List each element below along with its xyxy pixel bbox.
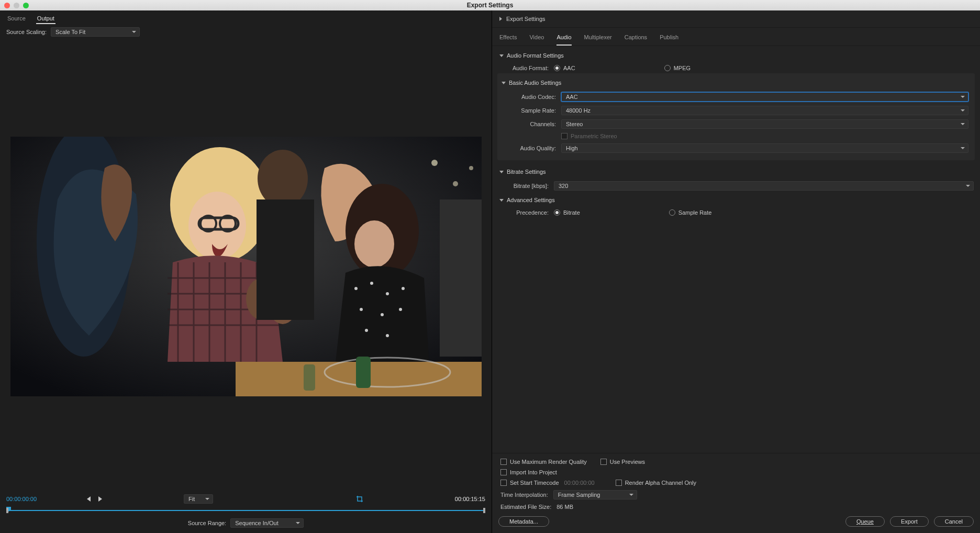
precedence-samplerate-radio[interactable]: Sample Rate xyxy=(669,209,712,216)
aac-label: AAC xyxy=(563,65,575,71)
source-scaling-select[interactable]: Scale To Fit xyxy=(51,27,140,37)
set-start-timecode-checkbox[interactable]: Set Start Timecode xyxy=(500,480,559,486)
preview-pane: Source Output Source Scaling: Scale To F… xyxy=(0,10,492,533)
svg-point-23 xyxy=(354,287,358,290)
audio-format-label: Audio Format: xyxy=(502,65,549,71)
svg-point-29 xyxy=(399,308,402,311)
svg-rect-36 xyxy=(304,364,315,391)
bitrate-option-label: Bitrate xyxy=(563,209,580,216)
use-previews-label: Use Previews xyxy=(610,459,645,465)
max-render-label: Use Maximum Render Quality xyxy=(510,459,587,465)
channels-label: Channels: xyxy=(504,121,556,127)
estimated-file-size-value: 86 MB xyxy=(556,504,573,510)
source-range-select[interactable]: Sequence In/Out xyxy=(230,518,304,528)
chevron-down-icon xyxy=(499,171,504,173)
svg-point-38 xyxy=(453,181,458,186)
audio-codec-select[interactable]: AAC xyxy=(561,92,968,102)
import-project-label: Import Into Project xyxy=(510,469,557,475)
zoom-fit-select[interactable]: Fit xyxy=(184,494,213,504)
svg-point-25 xyxy=(386,292,389,295)
tab-publish[interactable]: Publish xyxy=(660,32,678,46)
precedence-label: Precedence: xyxy=(502,209,549,216)
svg-rect-35 xyxy=(356,357,371,388)
preview-timeline[interactable] xyxy=(6,507,485,513)
export-settings-section-toggle[interactable]: Export Settings xyxy=(492,10,980,28)
audio-codec-label: Audio Codec: xyxy=(504,94,556,100)
render-alpha-checkbox[interactable]: Render Alpha Channel Only xyxy=(616,480,696,486)
bitrate-settings-title: Bitrate Settings xyxy=(507,169,546,175)
audio-format-aac-radio[interactable]: AAC xyxy=(554,65,575,71)
crop-output-icon[interactable] xyxy=(355,495,364,503)
zoom-window-icon[interactable] xyxy=(23,3,29,8)
tab-source[interactable]: Source xyxy=(6,14,27,24)
svg-point-37 xyxy=(431,160,438,166)
tab-output[interactable]: Output xyxy=(36,14,55,24)
mpeg-label: MPEG xyxy=(674,65,691,71)
metadata-button[interactable]: Metadata... xyxy=(498,516,549,527)
tab-captions[interactable]: Captions xyxy=(625,32,647,46)
channels-select[interactable]: Stereo xyxy=(561,119,968,129)
audio-format-settings-toggle[interactable]: Audio Format Settings xyxy=(496,48,976,63)
svg-rect-20 xyxy=(257,199,314,320)
source-range-label: Source Range: xyxy=(188,520,226,526)
svg-point-39 xyxy=(469,166,473,170)
estimated-file-size-label: Estimated File Size: xyxy=(500,504,551,510)
video-preview xyxy=(10,137,482,396)
svg-point-22 xyxy=(354,220,394,268)
window-traffic-lights xyxy=(4,3,29,8)
window-titlebar: Export Settings xyxy=(0,0,980,10)
tab-audio[interactable]: Audio xyxy=(556,32,571,46)
tab-effects[interactable]: Effects xyxy=(499,32,517,46)
svg-point-30 xyxy=(365,329,368,332)
chevron-down-icon xyxy=(502,82,506,84)
precedence-bitrate-radio[interactable]: Bitrate xyxy=(554,209,580,216)
step-back-icon[interactable] xyxy=(84,495,93,503)
time-interpolation-select[interactable]: Frame Sampling xyxy=(553,490,637,499)
close-window-icon[interactable] xyxy=(4,3,10,8)
audio-quality-select[interactable]: High xyxy=(561,143,968,153)
export-settings-header: Export Settings xyxy=(506,16,545,22)
set-start-tc-label: Set Start Timecode xyxy=(510,480,559,486)
samplerate-option-label: Sample Rate xyxy=(678,209,712,216)
minimize-window-icon[interactable] xyxy=(14,3,19,8)
svg-point-19 xyxy=(258,150,308,207)
source-scaling-label: Source Scaling: xyxy=(6,29,47,35)
timecode-out: 00:00:15:15 xyxy=(455,496,485,502)
import-into-project-checkbox[interactable]: Import Into Project xyxy=(500,469,557,475)
max-render-quality-checkbox[interactable]: Use Maximum Render Quality xyxy=(500,459,587,465)
chevron-right-icon xyxy=(499,17,502,21)
tab-video[interactable]: Video xyxy=(529,32,544,46)
advanced-settings-title: Advanced Settings xyxy=(507,197,555,203)
timecode-in[interactable]: 00:00:00:00 xyxy=(6,496,37,502)
sample-rate-select[interactable]: 48000 Hz xyxy=(561,106,968,115)
bitrate-label: Bitrate [kbps]: xyxy=(502,183,549,189)
window-title: Export Settings xyxy=(467,2,514,9)
svg-point-31 xyxy=(386,334,389,337)
cancel-button[interactable]: Cancel xyxy=(934,516,974,527)
audio-quality-label: Audio Quality: xyxy=(504,145,556,151)
time-interpolation-label: Time Interpolation: xyxy=(500,492,548,498)
svg-point-28 xyxy=(381,313,384,316)
queue-button[interactable]: Queue xyxy=(845,516,885,527)
settings-pane: Export Settings Effects Video Audio Mult… xyxy=(492,10,980,533)
render-alpha-label: Render Alpha Channel Only xyxy=(625,480,696,486)
basic-audio-settings-toggle[interactable]: Basic Audio Settings xyxy=(502,75,971,90)
advanced-settings-toggle[interactable]: Advanced Settings xyxy=(496,193,976,207)
svg-point-24 xyxy=(370,282,373,285)
basic-audio-settings-title: Basic Audio Settings xyxy=(509,80,561,86)
audio-format-mpeg-radio[interactable]: MPEG xyxy=(664,65,691,71)
audio-format-settings-title: Audio Format Settings xyxy=(507,52,564,59)
use-previews-checkbox[interactable]: Use Previews xyxy=(600,459,645,465)
svg-rect-32 xyxy=(440,199,482,357)
svg-point-26 xyxy=(402,287,405,290)
sample-rate-label: Sample Rate: xyxy=(504,107,556,114)
chevron-down-icon xyxy=(499,54,504,57)
bitrate-select[interactable]: 320 xyxy=(554,181,974,191)
export-button[interactable]: Export xyxy=(890,516,929,527)
chevron-down-icon xyxy=(499,199,504,202)
parametric-stereo-label: Parametric Stereo xyxy=(571,133,617,139)
parametric-stereo-checkbox: Parametric Stereo xyxy=(561,133,617,139)
bitrate-settings-toggle[interactable]: Bitrate Settings xyxy=(496,164,976,179)
tab-multiplexer[interactable]: Multiplexer xyxy=(584,32,612,46)
step-forward-icon[interactable] xyxy=(96,495,104,503)
